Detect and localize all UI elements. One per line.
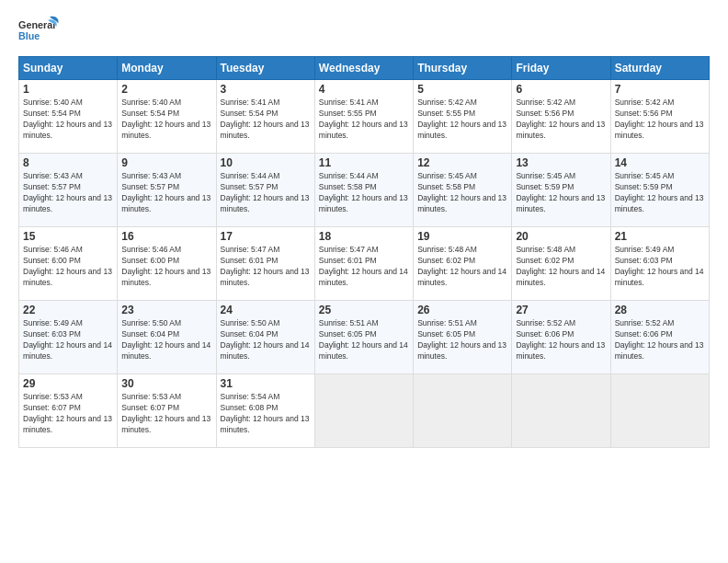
calendar-cell: 9 Sunrise: 5:43 AMSunset: 5:57 PMDayligh… <box>118 154 216 227</box>
calendar-cell <box>512 374 610 448</box>
calendar-page: General Blue SundayMondayTuesdayWednesda… <box>0 0 728 563</box>
cell-info: Sunrise: 5:46 AMSunset: 6:00 PMDaylight:… <box>23 245 112 287</box>
cell-info: Sunrise: 5:49 AMSunset: 6:03 PMDaylight:… <box>615 245 704 287</box>
calendar-cell: 4 Sunrise: 5:41 AMSunset: 5:55 PMDayligh… <box>314 80 413 154</box>
calendar-cell: 27 Sunrise: 5:52 AMSunset: 6:06 PMDaylig… <box>512 301 610 374</box>
cell-info: Sunrise: 5:48 AMSunset: 6:02 PMDaylight:… <box>417 245 506 287</box>
logo: General Blue <box>18 15 60 47</box>
cell-info: Sunrise: 5:45 AMSunset: 5:58 PMDaylight:… <box>417 171 506 213</box>
cell-info: Sunrise: 5:54 AMSunset: 6:08 PMDaylight:… <box>221 392 310 434</box>
day-number: 2 <box>121 83 211 96</box>
day-header-tuesday: Tuesday <box>216 57 314 80</box>
calendar-cell: 30 Sunrise: 5:53 AMSunset: 6:07 PMDaylig… <box>118 374 216 448</box>
day-number: 16 <box>121 230 211 243</box>
cell-info: Sunrise: 5:48 AMSunset: 6:02 PMDaylight:… <box>516 245 605 287</box>
day-number: 27 <box>516 304 606 316</box>
cell-info: Sunrise: 5:47 AMSunset: 6:01 PMDaylight:… <box>319 245 408 287</box>
day-number: 25 <box>319 304 409 316</box>
day-number: 24 <box>221 304 311 316</box>
calendar-cell: 28 Sunrise: 5:52 AMSunset: 6:06 PMDaylig… <box>610 301 709 374</box>
calendar-cell <box>414 374 512 448</box>
calendar-cell: 22 Sunrise: 5:49 AMSunset: 6:03 PMDaylig… <box>19 301 118 374</box>
day-number: 13 <box>516 156 606 169</box>
svg-text:Blue: Blue <box>18 30 40 41</box>
cell-info: Sunrise: 5:45 AMSunset: 5:59 PMDaylight:… <box>516 171 605 213</box>
day-number: 7 <box>615 83 705 96</box>
cell-info: Sunrise: 5:51 AMSunset: 6:05 PMDaylight:… <box>417 318 506 361</box>
day-number: 31 <box>221 377 311 390</box>
day-number: 22 <box>23 304 113 316</box>
cell-info: Sunrise: 5:46 AMSunset: 6:00 PMDaylight:… <box>121 245 210 287</box>
calendar-cell: 24 Sunrise: 5:50 AMSunset: 6:04 PMDaylig… <box>216 301 314 374</box>
day-number: 29 <box>23 377 113 390</box>
calendar-cell <box>610 374 709 448</box>
cell-info: Sunrise: 5:43 AMSunset: 5:57 PMDaylight:… <box>23 171 112 213</box>
day-number: 5 <box>417 83 507 96</box>
cell-info: Sunrise: 5:53 AMSunset: 6:07 PMDaylight:… <box>23 392 112 434</box>
logo-icon: General Blue <box>18 15 60 47</box>
day-number: 10 <box>221 156 311 169</box>
calendar-header-row: SundayMondayTuesdayWednesdayThursdayFrid… <box>19 57 710 80</box>
calendar-week-row: 8 Sunrise: 5:43 AMSunset: 5:57 PMDayligh… <box>19 154 710 227</box>
calendar-cell: 1 Sunrise: 5:40 AMSunset: 5:54 PMDayligh… <box>19 80 118 154</box>
calendar-cell: 13 Sunrise: 5:45 AMSunset: 5:59 PMDaylig… <box>512 154 610 227</box>
calendar-cell: 7 Sunrise: 5:42 AMSunset: 5:56 PMDayligh… <box>610 80 709 154</box>
day-number: 14 <box>615 156 705 169</box>
calendar-cell: 19 Sunrise: 5:48 AMSunset: 6:02 PMDaylig… <box>414 227 512 301</box>
day-number: 28 <box>615 304 705 316</box>
calendar-cell: 2 Sunrise: 5:40 AMSunset: 5:54 PMDayligh… <box>118 80 216 154</box>
calendar-cell: 10 Sunrise: 5:44 AMSunset: 5:57 PMDaylig… <box>216 154 314 227</box>
calendar-cell: 6 Sunrise: 5:42 AMSunset: 5:56 PMDayligh… <box>512 80 610 154</box>
cell-info: Sunrise: 5:40 AMSunset: 5:54 PMDaylight:… <box>23 98 112 140</box>
calendar-cell: 8 Sunrise: 5:43 AMSunset: 5:57 PMDayligh… <box>19 154 118 227</box>
day-number: 1 <box>23 83 113 96</box>
cell-info: Sunrise: 5:50 AMSunset: 6:04 PMDaylight:… <box>121 318 210 361</box>
day-number: 19 <box>417 230 507 243</box>
day-number: 8 <box>23 156 113 169</box>
cell-info: Sunrise: 5:47 AMSunset: 6:01 PMDaylight:… <box>221 245 310 287</box>
calendar-week-row: 22 Sunrise: 5:49 AMSunset: 6:03 PMDaylig… <box>19 301 710 374</box>
calendar-week-row: 1 Sunrise: 5:40 AMSunset: 5:54 PMDayligh… <box>19 80 710 154</box>
cell-info: Sunrise: 5:52 AMSunset: 6:06 PMDaylight:… <box>516 318 605 361</box>
calendar-cell: 26 Sunrise: 5:51 AMSunset: 6:05 PMDaylig… <box>414 301 512 374</box>
cell-info: Sunrise: 5:42 AMSunset: 5:56 PMDaylight:… <box>615 98 704 140</box>
day-number: 30 <box>121 377 211 390</box>
day-number: 9 <box>121 156 211 169</box>
calendar-cell: 11 Sunrise: 5:44 AMSunset: 5:58 PMDaylig… <box>314 154 413 227</box>
calendar-cell: 21 Sunrise: 5:49 AMSunset: 6:03 PMDaylig… <box>610 227 709 301</box>
calendar-cell <box>314 374 413 448</box>
cell-info: Sunrise: 5:41 AMSunset: 5:54 PMDaylight:… <box>221 98 310 140</box>
day-number: 26 <box>417 304 507 316</box>
day-number: 17 <box>221 230 311 243</box>
day-number: 21 <box>615 230 705 243</box>
calendar-cell: 12 Sunrise: 5:45 AMSunset: 5:58 PMDaylig… <box>414 154 512 227</box>
calendar-body: 1 Sunrise: 5:40 AMSunset: 5:54 PMDayligh… <box>19 80 710 448</box>
day-header-friday: Friday <box>512 57 610 80</box>
day-number: 15 <box>23 230 113 243</box>
cell-info: Sunrise: 5:41 AMSunset: 5:55 PMDaylight:… <box>319 98 408 140</box>
cell-info: Sunrise: 5:43 AMSunset: 5:57 PMDaylight:… <box>121 171 210 213</box>
calendar-week-row: 29 Sunrise: 5:53 AMSunset: 6:07 PMDaylig… <box>19 374 710 448</box>
day-number: 6 <box>516 83 606 96</box>
day-header-sunday: Sunday <box>19 57 118 80</box>
cell-info: Sunrise: 5:45 AMSunset: 5:59 PMDaylight:… <box>615 171 704 213</box>
calendar-cell: 14 Sunrise: 5:45 AMSunset: 5:59 PMDaylig… <box>610 154 709 227</box>
calendar-cell: 20 Sunrise: 5:48 AMSunset: 6:02 PMDaylig… <box>512 227 610 301</box>
cell-info: Sunrise: 5:51 AMSunset: 6:05 PMDaylight:… <box>319 318 408 361</box>
day-header-thursday: Thursday <box>414 57 512 80</box>
cell-info: Sunrise: 5:49 AMSunset: 6:03 PMDaylight:… <box>23 318 112 361</box>
cell-info: Sunrise: 5:52 AMSunset: 6:06 PMDaylight:… <box>615 318 704 361</box>
day-number: 20 <box>516 230 606 243</box>
cell-info: Sunrise: 5:40 AMSunset: 5:54 PMDaylight:… <box>121 98 210 140</box>
calendar-cell: 29 Sunrise: 5:53 AMSunset: 6:07 PMDaylig… <box>19 374 118 448</box>
calendar-cell: 15 Sunrise: 5:46 AMSunset: 6:00 PMDaylig… <box>19 227 118 301</box>
calendar-week-row: 15 Sunrise: 5:46 AMSunset: 6:00 PMDaylig… <box>19 227 710 301</box>
calendar-cell: 25 Sunrise: 5:51 AMSunset: 6:05 PMDaylig… <box>314 301 413 374</box>
header: General Blue <box>18 15 710 47</box>
calendar-cell: 18 Sunrise: 5:47 AMSunset: 6:01 PMDaylig… <box>314 227 413 301</box>
calendar-cell: 17 Sunrise: 5:47 AMSunset: 6:01 PMDaylig… <box>216 227 314 301</box>
cell-info: Sunrise: 5:50 AMSunset: 6:04 PMDaylight:… <box>221 318 310 361</box>
cell-info: Sunrise: 5:44 AMSunset: 5:58 PMDaylight:… <box>319 171 408 213</box>
cell-info: Sunrise: 5:42 AMSunset: 5:56 PMDaylight:… <box>516 98 605 140</box>
calendar-cell: 3 Sunrise: 5:41 AMSunset: 5:54 PMDayligh… <box>216 80 314 154</box>
